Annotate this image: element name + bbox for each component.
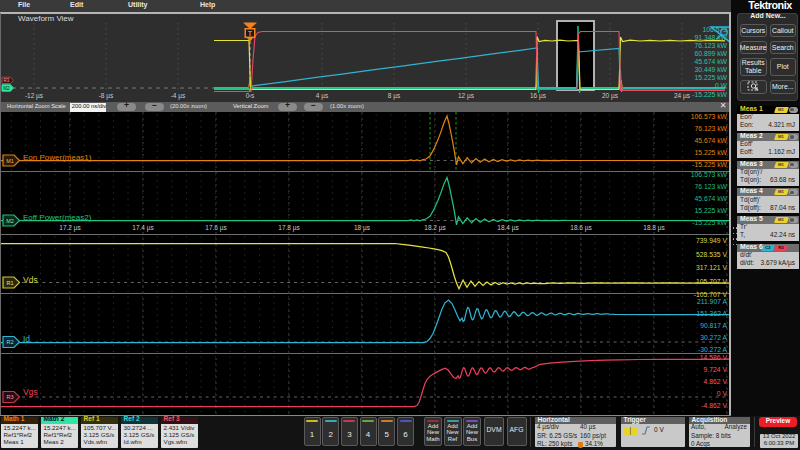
svg-text:M2: M2 (3, 86, 10, 91)
svg-text:R1: R1 (6, 280, 13, 286)
svg-text:M1: M1 (6, 158, 14, 164)
svg-text:R2: R2 (6, 339, 13, 345)
svg-text:R3: R3 (4, 78, 10, 83)
svg-text:M2: M2 (6, 218, 14, 224)
svg-text:R3: R3 (6, 394, 13, 400)
svg-text:T: T (248, 30, 253, 37)
